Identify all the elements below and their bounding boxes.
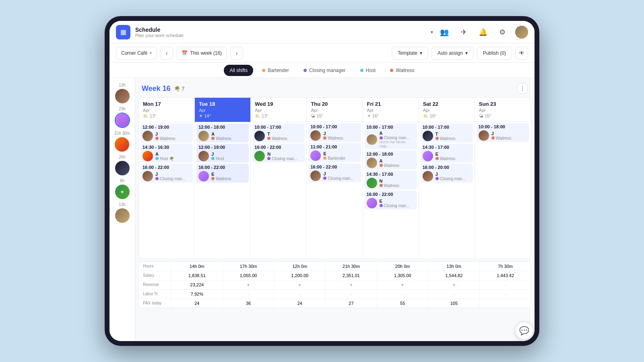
- hours-sat: 13h 0m: [428, 262, 480, 271]
- app-subtitle: Plan your work schedule.: [135, 33, 426, 38]
- sidebar-avatar-4[interactable]: [115, 161, 130, 175]
- stats-table: Hours 14h 0m 17h 30m 12h 0m 21h 30m 20h …: [138, 261, 531, 308]
- shift-thu-3-person: J Closing man...: [310, 171, 359, 181]
- waitress-dot: [390, 69, 393, 72]
- shift-fri-4[interactable]: 16:00 - 22:00 E Closing man...: [365, 191, 417, 210]
- week-selector[interactable]: 📅 This week (16): [176, 47, 227, 60]
- day-header-mon: Mon 17 Apr ⛅ 13°: [139, 98, 194, 122]
- shift-sat-3[interactable]: 16:00 - 20:00 J Closing man...: [421, 164, 473, 183]
- shift-mon-2[interactable]: 14:30 - 16:30 A Host 🌴: [140, 144, 193, 162]
- shift-tue-1[interactable]: 12:00 - 18:00 A Waitress: [196, 123, 249, 142]
- send-icon[interactable]: ✈: [457, 26, 470, 39]
- mon-weather: Apr: [143, 108, 190, 113]
- shift-tue-3-person: E Waitress: [198, 171, 247, 181]
- sidebar-person-2: 23h: [115, 107, 130, 128]
- salary-wed: 1,200.00: [274, 271, 325, 280]
- shift-mon-3[interactable]: 16:00 - 22:00 J Closing man...: [140, 164, 193, 183]
- shift-sat-3-time: 16:00 - 20:00: [423, 165, 471, 170]
- filter-closing-manager[interactable]: Closing manager: [298, 65, 351, 76]
- filter-all-shifts[interactable]: All shifts: [224, 65, 253, 76]
- shift-fri-3[interactable]: 14:30 - 17:00 N Waitress: [365, 171, 417, 189]
- shift-fri-1[interactable]: 10:00 - 17:00 A Closing man... Norris ha…: [365, 123, 417, 149]
- shift-wed-1[interactable]: 10:00 - 17:00 T Waitress: [252, 123, 305, 142]
- shift-mon-1[interactable]: 12:00 - 19:00 J Waitress: [140, 123, 193, 142]
- shift-thu-2-person: E Bartender: [310, 150, 359, 161]
- app-dropdown[interactable]: ▾: [431, 29, 433, 35]
- sidebar-avatar-1[interactable]: [115, 89, 130, 103]
- hours-fri: 20h 0m: [377, 262, 428, 271]
- shift-thu-1-time: 10:00 - 17:00: [310, 124, 359, 129]
- revenue-sat: +: [428, 280, 480, 289]
- sidebar-avatar-2[interactable]: [115, 113, 130, 128]
- bartender-label: Bartender: [268, 68, 289, 73]
- shift-sat-2-time: 14:30 - 17:00: [423, 145, 471, 150]
- chevron-down-icon: ▾: [150, 51, 152, 55]
- shift-mon-3-time: 16:00 - 22:00: [142, 165, 191, 170]
- shift-sat-2[interactable]: 14:30 - 17:00 E Waitress: [421, 144, 473, 162]
- mon-day-name: Mon 17: [143, 101, 190, 107]
- people-icon[interactable]: 👥: [438, 26, 451, 39]
- sidebar-avatar-6[interactable]: [115, 208, 130, 223]
- sidebar-avatar-3[interactable]: [115, 137, 129, 152]
- user-avatar[interactable]: [515, 26, 528, 39]
- labor-tue: -: [223, 290, 274, 298]
- wed-date: Apr: [255, 108, 302, 113]
- auto-assign-button[interactable]: Auto assign ▾: [431, 47, 474, 60]
- sidebar-collapse-arrow[interactable]: ‹: [109, 206, 114, 214]
- pax-fri: 55: [377, 299, 428, 308]
- sidebar-hours-5: 8h: [120, 179, 124, 183]
- app-icon-symbol: ▦: [120, 28, 126, 36]
- shift-sat-1[interactable]: 10:00 - 17:00 T Waitress: [421, 123, 473, 142]
- shift-tue-1-person: A Waitress: [198, 131, 247, 141]
- shift-tue-3[interactable]: 16:00 - 22:00 E Waitress: [196, 164, 249, 183]
- shift-sat-3-person: J Closing man...: [423, 171, 471, 181]
- prev-week-button[interactable]: ‹: [160, 47, 173, 60]
- sun-date: Apr: [479, 108, 527, 113]
- visibility-button[interactable]: 👁: [515, 47, 528, 60]
- settings-icon[interactable]: ⚙: [496, 26, 509, 39]
- shift-mon-2-time: 14:30 - 16:30: [142, 145, 191, 150]
- shift-thu-2[interactable]: 11:00 - 21:00 E Bartender: [308, 143, 361, 162]
- host-dot: [360, 69, 363, 72]
- wed-day-name: Wed 19: [255, 101, 302, 107]
- shift-fri-1-note: Norris har første vagt...: [380, 140, 415, 148]
- thu-date: Apr: [311, 108, 358, 113]
- revenue-label: Revenue: [139, 280, 171, 289]
- chat-button[interactable]: 💬: [515, 322, 533, 339]
- salary-mon: 1,838.51: [171, 271, 223, 280]
- next-week-button[interactable]: ›: [230, 47, 243, 60]
- filter-bartender[interactable]: Bartender: [256, 65, 295, 76]
- bell-icon[interactable]: 🔔: [477, 26, 489, 39]
- template-button[interactable]: Template ▾: [392, 47, 428, 60]
- shift-wed-2[interactable]: 16:00 - 22:00 N Closing man...: [252, 144, 305, 162]
- shift-thu-1[interactable]: 10:00 - 17:00 J Waitress: [308, 123, 361, 142]
- all-shifts-label: All shifts: [229, 68, 248, 73]
- stats-row-revenue: Revenue 23,224 + + + + + -: [139, 280, 531, 290]
- waitress-label: Waitress: [396, 68, 414, 73]
- sidebar-hours-2: 23h: [119, 107, 126, 111]
- publish-button[interactable]: Publish (0): [477, 47, 512, 60]
- sidebar-person-3: 22h 30m: [114, 131, 130, 152]
- day-col-sun: Sun 23 Apr 🌤 15° 10:00 - 18:00 J Waitres…: [475, 98, 531, 259]
- salary-sat: 1,544.82: [428, 271, 480, 280]
- shift-sat-1-time: 10:00 - 17:00: [423, 125, 471, 130]
- location-selector[interactable]: Corner Café ▾: [116, 47, 157, 60]
- filter-host[interactable]: Host: [355, 65, 382, 76]
- shift-fri-2[interactable]: 12:00 - 18:00 A Waitress: [365, 150, 417, 169]
- sidebar-avatar-5[interactable]: +: [115, 185, 130, 199]
- fri-date: Apr: [367, 108, 415, 113]
- shift-sun-1[interactable]: 10:00 - 18:00 J Waitress: [477, 123, 529, 142]
- shift-mon-1-person: J Waitress: [142, 131, 191, 141]
- day-col-tue: Tue 18 Apr ☀ 14° 12:00 - 18:00 A Waitres…: [195, 98, 251, 259]
- week-title: Week 16: [142, 84, 171, 93]
- shift-fri-1-person: A Closing man... Norris har første vagt.…: [367, 131, 415, 148]
- labor-label: Labor %: [139, 290, 171, 298]
- main-content: ‹ 13h 23h 22h 30m: [109, 78, 535, 341]
- shift-thu-3[interactable]: 16:00 - 22:00 J Closing man...: [308, 163, 361, 182]
- shift-tue-2[interactable]: 12:00 - 19:00 J Host: [196, 144, 249, 162]
- day-col-mon: Mon 17 Apr ⛅ 13° 12:00 - 19:00 J Waitres…: [139, 98, 195, 259]
- day-header-sat: Sat 22 Apr ⛅ 16°: [419, 98, 475, 122]
- shift-fri-3-time: 14:30 - 17:00: [367, 172, 415, 177]
- filter-waitress[interactable]: Waitress: [384, 65, 420, 76]
- more-options-button[interactable]: ⋮: [517, 83, 528, 94]
